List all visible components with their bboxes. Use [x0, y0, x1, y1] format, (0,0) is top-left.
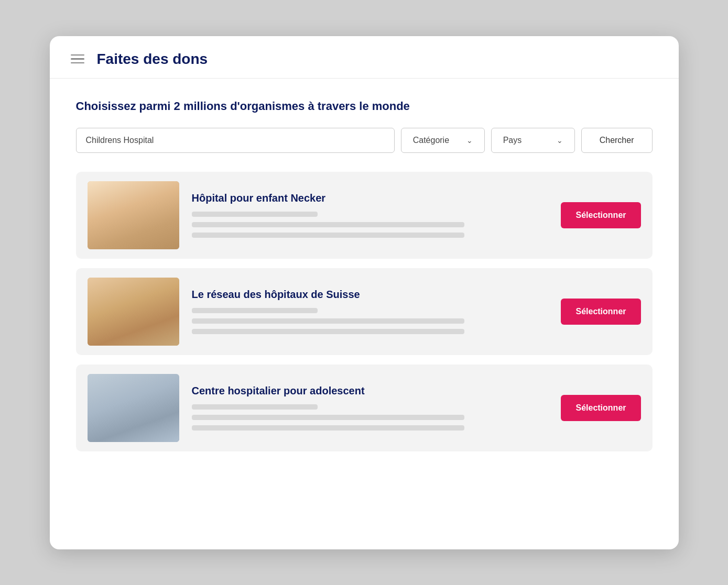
card-action: Sélectionner	[561, 202, 640, 228]
main-content: Choisissez parmi 2 millions d'organismes…	[50, 79, 679, 472]
card-action: Sélectionner	[561, 395, 640, 421]
card-title: Centre hospitalier pour adolescent	[192, 385, 549, 397]
card-image	[88, 374, 179, 442]
card-title: Hôpital pour enfant Necker	[192, 192, 549, 204]
placeholder-line	[192, 425, 464, 431]
select-button[interactable]: Sélectionner	[561, 395, 640, 421]
search-bar: Catégorie ⌄ Pays ⌄ Chercher	[76, 128, 653, 153]
placeholder-line	[192, 404, 318, 410]
placeholder-line	[192, 212, 318, 217]
placeholder-line	[192, 318, 464, 324]
country-select[interactable]: Pays ⌄	[491, 128, 575, 153]
card-body: Centre hospitalier pour adolescent	[192, 385, 549, 431]
placeholder-line	[192, 308, 318, 313]
category-select[interactable]: Catégorie ⌄	[401, 128, 485, 153]
country-select-wrapper: Pays ⌄	[491, 128, 575, 153]
card-body: Le réseau des hôpitaux de Suisse	[192, 289, 549, 334]
hamburger-menu-icon[interactable]	[71, 54, 84, 64]
search-input[interactable]	[76, 128, 395, 153]
card-body: Hôpital pour enfant Necker	[192, 192, 549, 238]
page-title: Faites des dons	[97, 51, 208, 68]
search-button[interactable]: Chercher	[581, 128, 653, 153]
select-button[interactable]: Sélectionner	[561, 202, 640, 228]
header: Faites des dons	[50, 36, 679, 79]
placeholder-line	[192, 222, 464, 227]
placeholder-line	[192, 415, 464, 420]
page-subtitle: Choisissez parmi 2 millions d'organismes…	[76, 100, 653, 113]
placeholder-line	[192, 329, 464, 334]
results-list: Hôpital pour enfant Necker Sélectionner …	[76, 172, 653, 451]
chevron-down-icon: ⌄	[557, 136, 563, 145]
table-row: Centre hospitalier pour adolescent Sélec…	[76, 365, 653, 451]
card-image	[88, 181, 179, 249]
category-label: Catégorie	[413, 136, 449, 145]
country-label: Pays	[503, 136, 522, 145]
placeholder-line	[192, 233, 464, 238]
category-select-wrapper: Catégorie ⌄	[401, 128, 485, 153]
table-row: Le réseau des hôpitaux de Suisse Sélecti…	[76, 268, 653, 355]
select-button[interactable]: Sélectionner	[561, 299, 640, 325]
chevron-down-icon: ⌄	[466, 136, 473, 145]
card-title: Le réseau des hôpitaux de Suisse	[192, 289, 549, 301]
card-image	[88, 278, 179, 346]
app-container: Faites des dons Choisissez parmi 2 milli…	[50, 36, 679, 549]
card-action: Sélectionner	[561, 299, 640, 325]
table-row: Hôpital pour enfant Necker Sélectionner	[76, 172, 653, 259]
